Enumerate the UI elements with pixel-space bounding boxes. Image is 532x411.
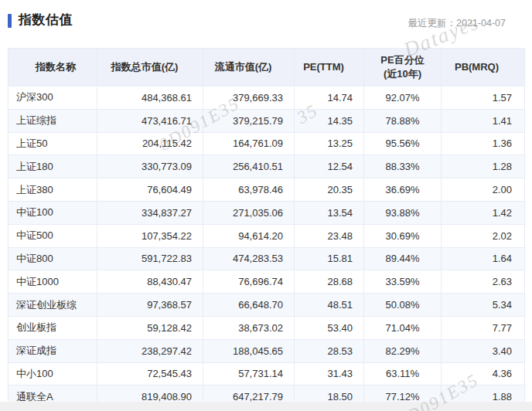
cell-index-name: 上证综指 [9, 109, 97, 132]
cell-total-mv: 72,545.43 [97, 362, 203, 386]
cell-pe-ttm: 53.40 [295, 316, 364, 339]
cell-total-mv: 334,837.27 [97, 201, 203, 224]
cell-pe-percentile: 88.33% [364, 155, 442, 178]
cell-total-mv: 484,368.61 [97, 87, 203, 110]
cell-index-name: 深证成指 [9, 339, 97, 362]
cell-total-mv: 59,128.42 [97, 316, 203, 339]
cell-index-name: 中证800 [9, 247, 97, 270]
cell-total-mv: 76,604.49 [97, 178, 203, 202]
cell-pb-mrq: 4.36 [442, 362, 525, 386]
cell-float-mv: 66,648.70 [203, 294, 295, 317]
cell-float-mv: 271,035.06 [203, 201, 295, 224]
table-row: 深证成指238,297.42188,045.6528.5382.29%3.40 [9, 339, 525, 362]
table-header-row: 指数名称 指数总市值(亿) 流通市值(亿) PE(TTM) PE百分位 (近10… [9, 49, 525, 87]
col-header-pe-percentile-line1: PE百分位 [364, 53, 441, 67]
table-row: 中证800591,722.83474,283.5315.8189.44%1.64 [9, 247, 525, 270]
cell-index-name: 创业板指 [9, 316, 97, 339]
col-header-pb-mrq: PB(MRQ) [442, 49, 525, 87]
cell-index-name: 深证创业板综 [9, 294, 97, 317]
cell-pb-mrq: 1.36 [442, 132, 525, 155]
cell-pe-ttm: 31.43 [295, 362, 364, 386]
col-header-index-name: 指数名称 [9, 49, 97, 87]
cell-pe-percentile: 82.29% [364, 339, 442, 362]
cell-pe-percentile: 92.07% [364, 87, 442, 110]
cell-pe-ttm: 12.54 [295, 155, 364, 178]
cell-pb-mrq: 2.02 [442, 224, 525, 247]
cell-total-mv: 97,368.57 [97, 294, 203, 317]
cell-total-mv: 473,416.71 [97, 109, 203, 132]
cell-pe-ttm: 23.48 [295, 224, 364, 247]
cell-index-name: 沪深300 [9, 87, 97, 110]
table-row: 上证综指473,416.71379,215.7914.3578.88%1.41 [9, 109, 525, 132]
cell-total-mv: 88,430.47 [97, 270, 203, 294]
cell-float-mv: 256,410.51 [203, 155, 295, 178]
cell-pe-ttm: 15.81 [295, 247, 364, 270]
cell-pe-percentile: 89.44% [364, 247, 442, 270]
table-row: 上证180330,773.09256,410.5112.5488.33%1.28 [9, 155, 525, 178]
bottom-section-strip [0, 402, 532, 411]
col-header-pe-percentile: PE百分位 (近10年) [364, 49, 442, 87]
cell-pb-mrq: 7.77 [442, 316, 525, 339]
table-row: 深证创业板综97,368.5766,648.7048.5150.08%5.34 [9, 294, 525, 317]
cell-total-mv: 238,297.42 [97, 339, 203, 362]
cell-index-name: 中小100 [9, 362, 97, 386]
cell-pe-percentile: 50.08% [364, 294, 442, 317]
col-header-float-mv: 流通市值(亿) [203, 49, 295, 87]
cell-total-mv: 204,115.42 [97, 132, 203, 155]
cell-pe-ttm: 28.53 [295, 339, 364, 362]
cell-pe-percentile: 36.69% [364, 178, 442, 202]
cell-float-mv: 76,696.74 [203, 270, 295, 294]
cell-pe-ttm: 20.35 [295, 178, 364, 202]
cell-pe-ttm: 28.68 [295, 270, 364, 294]
cell-total-mv: 330,773.09 [97, 155, 203, 178]
cell-pb-mrq: 2.63 [442, 270, 525, 294]
cell-pe-percentile: 33.59% [364, 270, 442, 294]
cell-index-name: 中证1000 [9, 270, 97, 294]
cell-float-mv: 474,283.53 [203, 247, 295, 270]
cell-index-name: 中证100 [9, 201, 97, 224]
cell-pe-percentile: 30.69% [364, 224, 442, 247]
cell-float-mv: 188,045.65 [203, 339, 295, 362]
cell-pb-mrq: 1.64 [442, 247, 525, 270]
col-header-pe-ttm: PE(TTM) [295, 49, 364, 87]
cell-index-name: 中证500 [9, 224, 97, 247]
cell-pb-mrq: 1.28 [442, 155, 525, 178]
cell-index-name: 上证180 [9, 155, 97, 178]
cell-pb-mrq: 1.41 [442, 109, 525, 132]
col-header-total-mv: 指数总市值(亿) [97, 49, 203, 87]
table-row: 沪深300484,368.61379,669.3314.7492.07%1.57 [9, 87, 525, 110]
cell-total-mv: 591,722.83 [97, 247, 203, 270]
col-header-pe-percentile-line2: (近10年) [364, 67, 441, 81]
last-updated-text: 最近更新：2021-04-07 [408, 17, 506, 30]
table-row: 中证100334,837.27271,035.0613.5493.88%1.42 [9, 201, 525, 224]
table-row: 中证100088,430.4776,696.7428.6833.59%2.63 [9, 270, 525, 294]
cell-pe-ttm: 14.74 [295, 87, 364, 110]
cell-pe-percentile: 78.88% [364, 109, 442, 132]
cell-pe-percentile: 63.11% [364, 362, 442, 386]
cell-float-mv: 379,669.33 [203, 87, 295, 110]
cell-pe-ttm: 14.35 [295, 109, 364, 132]
table-row: 创业板指59,128.4238,673.0253.4071.04%7.77 [9, 316, 525, 339]
cell-float-mv: 94,614.20 [203, 224, 295, 247]
cell-float-mv: 38,673.02 [203, 316, 295, 339]
table-row: 上证50204,115.42164,761.0913.2595.56%1.36 [9, 132, 525, 155]
table-row: 上证38076,604.4963,978.4620.3536.69%2.00 [9, 178, 525, 202]
cell-pb-mrq: 2.00 [442, 178, 525, 202]
cell-index-name: 上证380 [9, 178, 97, 202]
cell-index-name: 上证50 [9, 132, 97, 155]
cell-float-mv: 63,978.46 [203, 178, 295, 202]
cell-pe-ttm: 13.25 [295, 132, 364, 155]
cell-pe-ttm: 48.51 [295, 294, 364, 317]
index-valuation-table: 指数名称 指数总市值(亿) 流通市值(亿) PE(TTM) PE百分位 (近10… [8, 48, 525, 409]
cell-pb-mrq: 3.40 [442, 339, 525, 362]
cell-pb-mrq: 1.57 [442, 87, 525, 110]
cell-float-mv: 164,761.09 [203, 132, 295, 155]
table-row: 中小10072,545.4357,731.1431.4363.11%4.36 [9, 362, 525, 386]
cell-pb-mrq: 1.42 [442, 201, 525, 224]
cell-pe-ttm: 13.54 [295, 201, 364, 224]
cell-pe-percentile: 71.04% [364, 316, 442, 339]
title-accent-bar [8, 14, 12, 28]
cell-pb-mrq: 5.34 [442, 294, 525, 317]
table-body: 沪深300484,368.61379,669.3314.7492.07%1.57… [9, 87, 525, 409]
cell-total-mv: 107,354.22 [97, 224, 203, 247]
